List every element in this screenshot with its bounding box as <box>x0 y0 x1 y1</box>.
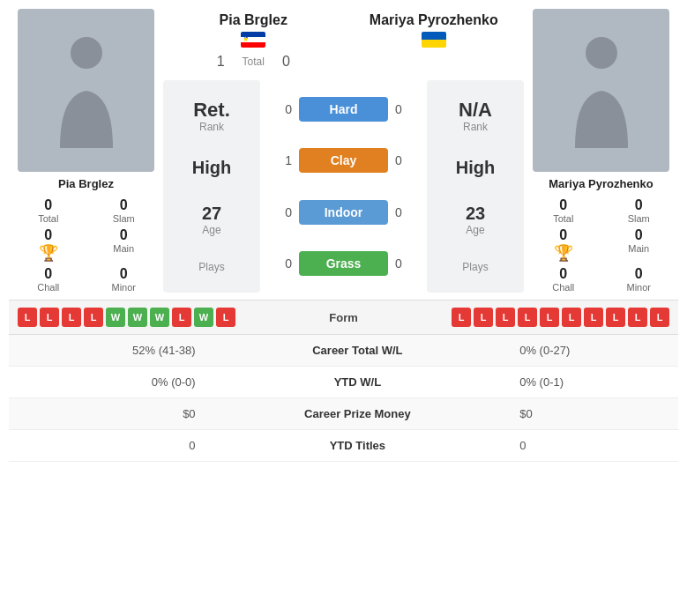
right-chall-label: Chall <box>552 282 574 293</box>
left-mast-label: 🏆 <box>39 243 58 263</box>
stats-left-val: 0% (0-0) <box>9 367 210 398</box>
right-player-stats: 0 Total 0 Slam 0 🏆 0 Main <box>524 197 678 293</box>
svg-point-1 <box>586 37 617 69</box>
right-minor-label: Minor <box>626 282 651 293</box>
left-slam-label: Slam <box>113 213 135 224</box>
left-main-stat: 0 Main <box>90 227 159 263</box>
right-high-section: High <box>456 158 495 178</box>
right-age-value: 23 <box>466 204 485 224</box>
form-section: LLLLWWWLWL Form LLLLLLLLLL <box>9 300 678 335</box>
clay-row: 1 Clay 0 <box>265 148 422 173</box>
right-main-value: 0 <box>635 227 643 243</box>
stats-left-val: 0 <box>9 430 210 462</box>
right-trophy-icon: 🏆 <box>554 244 573 262</box>
right-flag <box>422 32 446 48</box>
left-mast-value: 0 <box>44 227 52 243</box>
stats-center-label: YTD W/L <box>210 367 506 398</box>
form-badge-left: W <box>106 308 125 327</box>
right-player-photo <box>533 9 669 172</box>
stats-left-val: 52% (41-38) <box>9 335 210 367</box>
grass-right-stat: 0 <box>395 256 422 271</box>
hard-right-stat: 0 <box>395 102 422 116</box>
left-title-name: Pia Brglez <box>220 12 287 28</box>
stats-right-val: 0 <box>505 430 678 462</box>
grass-row: 0 Grass 0 <box>265 251 422 276</box>
form-badge-left: W <box>128 308 147 327</box>
left-player-photo <box>18 9 154 172</box>
stats-center-label: Career Total W/L <box>210 335 506 367</box>
left-minor-value: 0 <box>120 266 128 282</box>
left-player-stats: 0 Total 0 Slam 0 🏆 0 Main <box>9 197 163 293</box>
left-plays-section: Plays <box>198 261 224 273</box>
hard-row: 0 Hard 0 <box>265 97 422 122</box>
left-minor-label: Minor <box>111 282 136 293</box>
form-label: Form <box>291 311 397 324</box>
header-total-label: Total <box>243 56 265 68</box>
stats-row: 52% (41-38)Career Total W/L0% (0-27) <box>9 335 678 367</box>
left-age-label: Age <box>202 224 221 236</box>
form-badge-right: L <box>650 308 669 327</box>
left-age-value: 27 <box>202 204 221 224</box>
right-player-name: Mariya Pyrozhenko <box>549 177 653 190</box>
left-main-value: 0 <box>120 227 128 243</box>
stats-right-val: 0% (0-27) <box>505 335 678 367</box>
right-plays-section: Plays <box>462 261 488 273</box>
form-badge-right: L <box>452 308 471 327</box>
indoor-left-stat: 0 <box>265 205 292 219</box>
players-row: Pia Brglez 0 Total 0 Slam 0 🏆 0 <box>9 9 678 293</box>
right-age-label: Age <box>466 224 485 236</box>
right-player-header: Mariya Pyrozhenko <box>344 12 525 50</box>
form-badge-left: L <box>18 308 37 327</box>
left-age-section: 27 Age <box>202 204 221 236</box>
right-header-total: 0 <box>282 54 290 70</box>
right-slam-stat: 0 Slam <box>605 197 674 224</box>
right-main-stat: 0 Main <box>605 227 674 263</box>
right-form-badges: LLLLLLLLLL <box>397 308 670 327</box>
right-minor-stat: 0 Minor <box>605 266 674 293</box>
hard-left-stat: 0 <box>265 102 292 116</box>
left-plays-label: Plays <box>198 261 224 273</box>
center-header: Pia Brglez ★ 1 Total 0 Mariya Pyrozhenko <box>163 9 524 80</box>
form-badge-left: L <box>84 308 103 327</box>
left-total-stat: 0 Total <box>14 197 83 224</box>
right-flag-container <box>422 32 446 50</box>
right-rank-value: N/A <box>459 100 492 121</box>
form-badge-right: L <box>584 308 603 327</box>
svg-point-0 <box>71 37 102 69</box>
form-badge-left: L <box>216 308 235 327</box>
right-plays-label: Plays <box>462 261 488 273</box>
clay-badge: Clay <box>299 148 388 173</box>
right-rank-section: N/A Rank <box>459 100 492 133</box>
page-container: Pia Brglez 0 Total 0 Slam 0 🏆 0 <box>0 0 687 462</box>
stats-row: $0Career Prize Money$0 <box>9 398 678 430</box>
left-player-header: Pia Brglez ★ 1 Total 0 <box>163 12 344 73</box>
left-rank-panel: Ret. Rank High 27 Age Plays <box>163 80 260 293</box>
left-total-row: 1 Total 0 <box>217 50 290 73</box>
form-badge-right: L <box>474 308 493 327</box>
clay-left-stat: 1 <box>265 153 292 167</box>
form-badge-left: W <box>194 308 213 327</box>
left-rank-value: Ret. <box>193 100 230 121</box>
right-high-value: High <box>456 158 495 178</box>
left-chall-value: 0 <box>44 266 52 282</box>
form-badge-right: L <box>496 308 515 327</box>
clay-right-stat: 0 <box>395 153 422 167</box>
left-mast-stat: 0 🏆 <box>14 227 83 263</box>
left-total-label: Total <box>38 213 58 224</box>
left-slam-stat: 0 Slam <box>90 197 159 224</box>
right-slam-value: 0 <box>635 197 643 213</box>
grass-left-stat: 0 <box>265 256 292 271</box>
stats-right-val: 0% (0-1) <box>505 367 678 398</box>
left-minor-stat: 0 Minor <box>90 266 159 293</box>
left-high-value: High <box>192 158 231 178</box>
stats-row: 0YTD Titles0 <box>9 430 678 462</box>
stats-row: 0% (0-0)YTD W/L0% (0-1) <box>9 367 678 398</box>
form-badge-right: L <box>518 308 537 327</box>
right-total-value: 0 <box>559 197 567 213</box>
stats-left-val: $0 <box>9 398 210 430</box>
indoor-badge: Indoor <box>299 200 388 225</box>
left-chall-stat: 0 Chall <box>14 266 83 293</box>
left-header-total: 1 <box>217 54 225 70</box>
left-flag-container: ★ <box>241 32 265 50</box>
left-form-badges: LLLLWWWLWL <box>18 308 291 327</box>
